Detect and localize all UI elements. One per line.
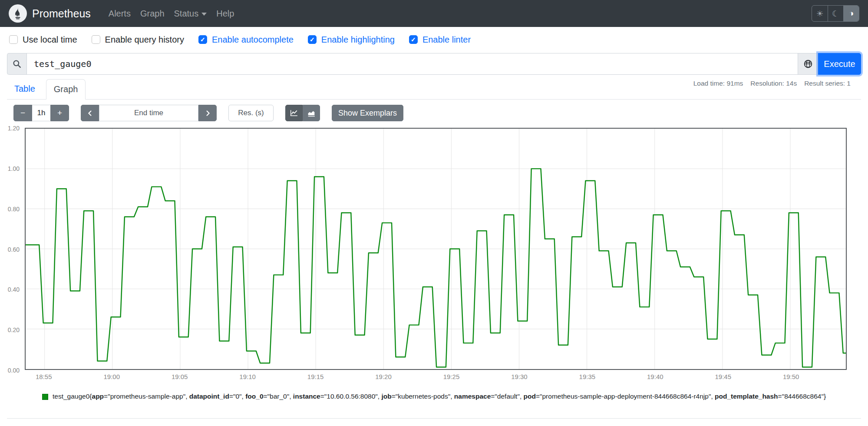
y-tick-label: 1.00: [0, 165, 20, 172]
y-axis-labels: 0.000.200.400.600.801.001.20: [0, 128, 22, 370]
y-tick-label: 0.20: [0, 326, 20, 333]
x-tick-label: 19:20: [366, 373, 401, 380]
options-row: Use local time Enable query history ✓ En…: [0, 27, 868, 52]
light-theme-button[interactable]: ☀: [812, 6, 828, 21]
y-tick-label: 0.00: [0, 367, 20, 374]
execute-button[interactable]: Execute: [818, 53, 861, 75]
globe-icon: [803, 59, 813, 69]
enable-linter-checkbox[interactable]: ✓ Enable linter: [409, 35, 471, 45]
stacked-chart-icon: [307, 109, 315, 117]
graph-controls: − + Show Exempla: [13, 105, 403, 121]
x-tick-label: 19:45: [706, 373, 740, 380]
x-tick-label: 19:10: [230, 373, 265, 380]
enable-query-history-checkbox[interactable]: Enable query history: [92, 35, 184, 45]
legend-item[interactable]: test_gauge0{app="prometheus-sample-app",…: [42, 393, 826, 400]
x-tick-label: 19:30: [502, 373, 537, 380]
metrics-explorer-button[interactable]: [798, 53, 818, 75]
nav-item-graph[interactable]: Graph: [140, 9, 165, 19]
range-decrease-button[interactable]: −: [13, 105, 32, 121]
search-icon: [7, 53, 26, 75]
use-local-time-checkbox[interactable]: Use local time: [9, 35, 77, 45]
nav-item-alerts[interactable]: Alerts: [109, 9, 131, 19]
x-tick-label: 19:00: [94, 373, 129, 380]
range-increase-button[interactable]: +: [50, 105, 69, 121]
tab-table[interactable]: Table: [7, 79, 43, 99]
x-tick-label: 19:15: [298, 373, 333, 380]
line-graph-button[interactable]: [285, 105, 303, 121]
series-label: test_gauge0{app="prometheus-sample-app",…: [53, 393, 826, 400]
end-time-group: [81, 105, 217, 121]
chevron-down-icon: [201, 13, 207, 16]
checkbox-icon[interactable]: ✓: [308, 35, 317, 44]
chart-type-group: [285, 105, 320, 121]
y-tick-label: 0.40: [0, 286, 20, 293]
y-tick-label: 1.20: [0, 125, 20, 132]
enable-highlighting-checkbox[interactable]: ✓ Enable highlighting: [308, 35, 395, 45]
nav-item-status[interactable]: Status: [174, 9, 207, 19]
checkbox-icon[interactable]: [92, 35, 100, 44]
enable-autocomplete-checkbox[interactable]: ✓ Enable autocomplete: [198, 35, 294, 45]
line-chart-icon: [290, 109, 298, 117]
y-tick-label: 0.80: [0, 206, 20, 213]
dark-theme-button[interactable]: ☾: [828, 6, 843, 21]
x-tick-label: 18:55: [26, 373, 61, 380]
brand-title[interactable]: Prometheus: [32, 7, 91, 20]
panel-tabs: Table Graph: [7, 79, 861, 100]
chevron-right-icon: [205, 110, 211, 116]
graph-plot-area[interactable]: [25, 128, 847, 370]
range-input[interactable]: [32, 105, 50, 121]
range-group: − +: [13, 105, 69, 121]
end-time-input[interactable]: [99, 105, 198, 121]
panel-divider: [7, 418, 861, 419]
nav-item-help[interactable]: Help: [216, 9, 234, 19]
time-forward-button[interactable]: [198, 105, 217, 121]
query-row: Execute: [7, 53, 861, 75]
y-tick-label: 0.60: [0, 246, 20, 253]
chevron-left-icon: [87, 110, 93, 116]
x-tick-label: 19:35: [570, 373, 604, 380]
query-input[interactable]: [26, 53, 798, 75]
auto-theme-button[interactable]: ◑: [843, 6, 859, 21]
show-exemplars-button[interactable]: Show Exemplars: [332, 105, 403, 121]
prometheus-logo-icon[interactable]: [9, 4, 27, 23]
checkbox-icon[interactable]: ✓: [409, 35, 418, 44]
checkbox-icon[interactable]: [9, 35, 18, 44]
checkbox-icon[interactable]: ✓: [198, 35, 207, 44]
x-tick-label: 19:40: [638, 373, 673, 380]
navbar: Prometheus Alerts Graph Status Help ☀ ☾ …: [0, 0, 868, 27]
x-tick-label: 19:05: [162, 373, 197, 380]
tab-graph[interactable]: Graph: [46, 79, 86, 100]
theme-toggle-group: ☀ ☾ ◑: [812, 5, 859, 22]
x-tick-label: 19:25: [434, 373, 469, 380]
x-tick-label: 19:50: [774, 373, 809, 380]
x-axis-labels: 18:5519:0019:0519:1019:1519:2019:2519:30…: [25, 373, 847, 382]
stacked-graph-button[interactable]: [303, 105, 320, 121]
resolution-input[interactable]: [228, 105, 274, 121]
series-color-swatch: [42, 394, 48, 400]
time-back-button[interactable]: [81, 105, 99, 121]
